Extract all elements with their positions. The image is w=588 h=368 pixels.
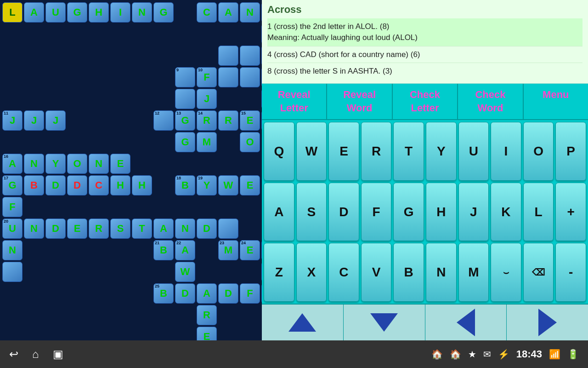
reveal-letter-button[interactable]: RevealLetter [262, 84, 327, 119]
crossword-cell[interactable]: 18B [175, 175, 195, 196]
key-m[interactable]: M [458, 243, 489, 302]
crossword-cell[interactable]: S [110, 218, 130, 239]
reveal-word-button[interactable]: RevealWord [327, 84, 392, 119]
crossword-cell[interactable] [261, 240, 262, 260]
crossword-cell[interactable]: 20U [2, 218, 23, 239]
crossword-cell[interactable]: 21B [153, 240, 174, 260]
key-p[interactable]: P [555, 122, 586, 181]
crossword-cell[interactable]: 22A [175, 240, 195, 260]
home-icon[interactable]: ⌂ [32, 348, 39, 361]
crossword-cell[interactable]: 11J [2, 110, 23, 131]
crossword-cell[interactable]: N [24, 218, 44, 239]
check-letter-button[interactable]: CheckLetter [393, 84, 458, 119]
crossword-cell[interactable]: A [24, 2, 44, 23]
crossword-cell[interactable]: 25B [153, 283, 174, 304]
key-x[interactable]: X [296, 243, 327, 302]
crossword-cell[interactable]: H [89, 2, 109, 23]
key-y[interactable]: Y [426, 122, 457, 181]
clue-item-8[interactable]: 8 (cross) the letter S in AASHTA. (3) [267, 63, 582, 80]
crossword-cell[interactable]: 19Y [197, 175, 217, 196]
crossword-cell[interactable] [218, 46, 238, 66]
recents-icon[interactable]: ▣ [53, 348, 63, 361]
key-i[interactable]: I [491, 122, 521, 181]
crossword-cell[interactable]: E [110, 154, 130, 174]
crossword-cell[interactable]: E [240, 175, 260, 196]
crossword-cell[interactable]: D [67, 175, 87, 196]
crossword-cell[interactable]: N [24, 154, 44, 174]
crossword-cell[interactable]: H [261, 2, 262, 23]
crossword-cell[interactable]: I [110, 2, 130, 23]
menu-button[interactable]: Menu [524, 84, 588, 119]
key-u[interactable]: U [458, 122, 489, 181]
crossword-cell[interactable]: N [240, 2, 260, 23]
crossword-cell[interactable]: 24E [240, 240, 260, 260]
crossword-cell[interactable] [240, 46, 260, 66]
crossword-cell[interactable]: A [218, 2, 238, 23]
key-s[interactable]: S [296, 183, 327, 242]
key-a[interactable]: A [264, 183, 294, 242]
crossword-cell[interactable]: J [261, 24, 262, 44]
key-h[interactable]: H [426, 183, 457, 242]
crossword-cell[interactable]: W [175, 262, 195, 282]
crossword-cell[interactable]: 23M [218, 240, 238, 260]
crossword-cell[interactable]: J [197, 89, 217, 109]
crossword-cell[interactable]: 12 [153, 110, 174, 131]
crossword-cell[interactable]: 15E [240, 110, 260, 131]
crossword-cell[interactable]: 10F [197, 67, 217, 87]
crossword-cell[interactable]: C [197, 2, 217, 23]
crossword-cell[interactable]: 17G [2, 175, 23, 196]
crossword-cell[interactable]: B [24, 175, 44, 196]
crossword-cell[interactable] [2, 262, 23, 282]
crossword-cell[interactable]: Y [261, 46, 262, 66]
key-o[interactable]: O [523, 122, 554, 181]
crossword-cell[interactable]: G [67, 2, 87, 23]
crossword-cell[interactable]: O [67, 154, 87, 174]
crossword-cell[interactable]: W [218, 175, 238, 196]
crossword-cell[interactable]: J [45, 110, 66, 131]
key-plus[interactable]: + [555, 183, 586, 242]
key-w[interactable]: W [296, 122, 327, 181]
key-c[interactable]: C [328, 243, 359, 302]
crossword-cell[interactable]: Y [261, 89, 262, 109]
key-k[interactable]: K [491, 183, 521, 242]
crossword-cell[interactable] [218, 218, 238, 239]
crossword-cell[interactable]: D [45, 175, 66, 196]
crossword-cell[interactable]: J [24, 110, 44, 131]
crossword-cell[interactable]: R [218, 110, 238, 131]
crossword-cell[interactable]: T [132, 218, 152, 239]
crossword-cell[interactable]: I [261, 262, 262, 282]
crossword-cell[interactable]: D [175, 283, 195, 304]
key-backspace[interactable]: ⌫ [523, 243, 554, 302]
key-q[interactable]: Q [264, 122, 294, 181]
crossword-cell[interactable]: U [45, 2, 66, 23]
key-r[interactable]: R [361, 122, 392, 181]
key-space[interactable]: ⌣ [491, 243, 521, 302]
crossword-cell[interactable]: E [197, 327, 217, 340]
nav-down-button[interactable] [344, 305, 425, 340]
nav-left-button[interactable] [425, 305, 507, 340]
crossword-cell[interactable]: U [261, 67, 262, 87]
crossword-cell[interactable] [240, 67, 260, 87]
crossword-cell[interactable]: 16A [2, 154, 23, 174]
crossword-cell[interactable]: G [153, 2, 174, 23]
crossword-cell[interactable]: Y [45, 154, 66, 174]
crossword-cell[interactable]: F [240, 283, 260, 304]
crossword-cell[interactable]: N [261, 110, 262, 131]
crossword-cell[interactable]: O [240, 132, 260, 152]
key-g[interactable]: G [393, 183, 424, 242]
key-j[interactable]: J [458, 183, 489, 242]
key-d[interactable]: D [328, 183, 359, 242]
crossword-cell[interactable]: N [175, 218, 195, 239]
crossword-cell[interactable]: R [89, 218, 109, 239]
clue-item-1[interactable]: 1 (cross) the 2nd letter in ALOL. (8) Me… [267, 18, 582, 46]
crossword-cell[interactable]: N [2, 240, 23, 260]
crossword-cell[interactable]: E [67, 218, 87, 239]
key-l[interactable]: L [523, 183, 554, 242]
crossword-cell[interactable]: H [110, 175, 130, 196]
crossword-cell[interactable] [175, 89, 195, 109]
crossword-cell[interactable]: L [2, 2, 23, 23]
crossword-cell[interactable]: D [218, 283, 238, 304]
crossword-cell[interactable]: M [197, 132, 217, 152]
crossword-cell[interactable]: D [197, 218, 217, 239]
crossword-cell[interactable]: R [197, 305, 217, 325]
